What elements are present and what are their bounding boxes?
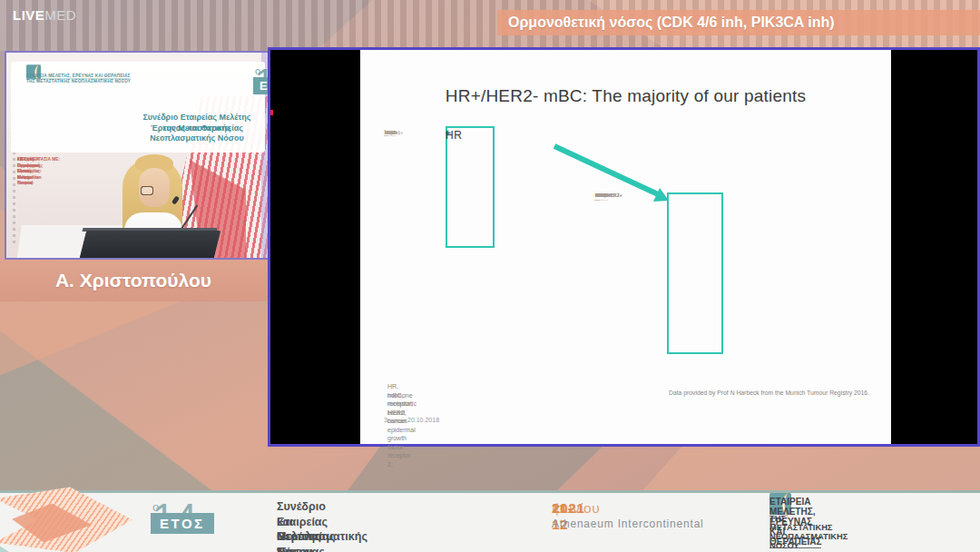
partners-list-item: Χοληφόρων-Παγκρέατος, Metropolitan Hospi… bbox=[17, 156, 42, 180]
speaker-name: Α. Χριστοπούλου bbox=[55, 270, 211, 291]
society-name-line2: ΤΗΣ ΜΕΤΑΣΤΑΤΙΚΗΣ ΝΕΟΠΛΑΣΜΑΤΙΚΗΣ ΝΟΣΟΥ bbox=[26, 78, 131, 84]
session-title-bar: Ορμονοθετική νόσος (CDK 4/6 inh, PIK3CA … bbox=[497, 10, 980, 35]
slide: HR+/HER2- mBC: The majority of our patie… bbox=[360, 50, 891, 444]
speaker-name-bar: Α. Χριστοπούλου bbox=[0, 260, 267, 301]
slide-page-number: 3 bbox=[384, 417, 387, 423]
event-venue: Athenaeum Intercontinental bbox=[552, 518, 704, 530]
speaker-video-panel: ΕΤΑΙΡΕΙΑ ΜΕΛΕΤΗΣ, ΕΡΕΥΝΑΣ ΚΑΙ ΘΕΡΑΠΕΙΑΣ … bbox=[5, 51, 270, 260]
livemed-logo-live: LIVE bbox=[13, 7, 44, 23]
livemed-logo: LIVEMED bbox=[13, 7, 76, 23]
footer-year-superscript: ο bbox=[152, 500, 159, 514]
footer-year-label: ΕΤΟΣ bbox=[151, 513, 214, 534]
livestream-frame: LIVEMED Ορμονοθετική νόσος (CDK 4/6 inh,… bbox=[0, 0, 980, 552]
congress-title-line2: της Μεταστατικής Νεοπλασματικής Νόσου bbox=[133, 123, 260, 144]
footer-origami-icon bbox=[0, 486, 140, 552]
congress-title: Συνέδριο Εταιρείας Μελέτης Έρευνας και Θ… bbox=[6, 113, 260, 123]
year-superscript: ο bbox=[255, 65, 260, 76]
session-title: Ορμονοθετική νόσος (CDK 4/6 inh, PIK3CA … bbox=[508, 15, 835, 31]
footnote-source: Data provided by Prof N Harbeck from the… bbox=[669, 389, 869, 396]
slide-date: 20.10.2018 bbox=[407, 417, 439, 423]
livemed-logo-med: MED bbox=[44, 7, 76, 23]
highlight-arrow-icon bbox=[360, 50, 891, 444]
footer-banner: 14 ο ΕΤΟΣ Συνέδριο Εταιρείας Μελέτης Έρε… bbox=[0, 490, 980, 552]
slide-viewport: HR+/HER2- mBC: The majority of our patie… bbox=[268, 47, 980, 447]
laptop bbox=[79, 231, 220, 260]
record-indicator bbox=[270, 110, 273, 115]
her2-column-highlight-box bbox=[667, 192, 723, 354]
society-name: ΕΤΑΙΡΕΙΑ ΜΕΛΕΤΗΣ, ΕΡΕΥΝΑΣ ΚΑΙ ΘΕΡΑΠΕΙΑΣ … bbox=[26, 73, 162, 78]
